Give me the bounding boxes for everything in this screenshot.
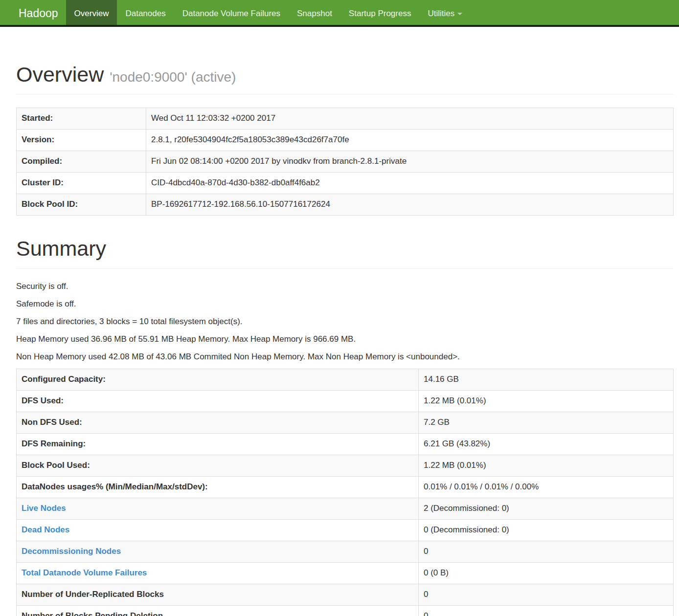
decommissioning-nodes-link[interactable]: Decommissioning Nodes [22, 547, 121, 556]
live-nodes-link[interactable]: Live Nodes [22, 504, 66, 513]
heap-memory-status: Heap Memory used 36.96 MB of 55.91 MB He… [16, 333, 674, 345]
row-label: Started: [17, 108, 146, 130]
row-value: CID-4dbcd40a-870d-4d30-b382-db0aff4f6ab2 [146, 173, 674, 194]
row-label: Block Pool ID: [17, 194, 146, 216]
row-value: 6.21 GB (43.82%) [419, 433, 674, 455]
table-row: Cluster ID: CID-4dbcd40a-870d-4d30-b382-… [17, 173, 674, 194]
tab-snapshot[interactable]: Snapshot [289, 0, 340, 25]
table-row: DFS Used: 1.22 MB (0.01%) [17, 390, 674, 412]
row-label: Block Pool Used: [17, 455, 419, 476]
table-row: Decommissioning Nodes 0 [17, 541, 674, 562]
table-row: Version: 2.8.1, r20fe5304904fc2f5a18053c… [17, 130, 674, 151]
row-value: Wed Oct 11 12:03:32 +0200 2017 [146, 108, 674, 130]
row-value: Fri Jun 02 08:14:00 +0200 2017 by vinodk… [146, 151, 674, 173]
table-row: Live Nodes 2 (Decommissioned: 0) [17, 498, 674, 519]
dead-nodes-link[interactable]: Dead Nodes [22, 525, 69, 534]
row-value: 0 (0 B) [419, 562, 674, 584]
table-row: Dead Nodes 0 (Decommissioned: 0) [17, 519, 674, 541]
table-row: Total Datanode Volume Failures 0 (0 B) [17, 562, 674, 584]
summary-title: Summary [16, 237, 674, 260]
table-row: DFS Remaining: 6.21 GB (43.82%) [17, 433, 674, 455]
overview-table: Started: Wed Oct 11 12:03:32 +0200 2017 … [16, 108, 674, 216]
table-row: Block Pool Used: 1.22 MB (0.01%) [17, 455, 674, 476]
table-row: Configured Capacity: 14.16 GB [17, 369, 674, 390]
row-value: 0 [419, 541, 674, 562]
filesystem-objects-status: 7 files and directories, 3 blocks = 10 t… [16, 316, 674, 328]
namenode-address: 'node0:9000' (active) [110, 69, 236, 85]
table-row: Number of Under-Replicated Blocks 0 [17, 584, 674, 605]
navbar: Hadoop Overview Datanodes Datanode Volum… [0, 0, 679, 27]
row-label: Configured Capacity: [17, 369, 419, 390]
page-title: Overview 'node0:9000' (active) [16, 63, 674, 86]
row-value: 1.22 MB (0.01%) [419, 455, 674, 476]
row-label: Total Datanode Volume Failures [17, 562, 419, 584]
safemode-status: Safemode is off. [16, 298, 674, 310]
non-heap-memory-status: Non Heap Memory used 42.08 MB of 43.06 M… [16, 351, 674, 363]
row-label: DFS Used: [17, 390, 419, 412]
row-label: Cluster ID: [17, 173, 146, 194]
row-label: Non DFS Used: [17, 412, 419, 433]
row-value: 7.2 GB [419, 412, 674, 433]
row-value: 0 [419, 605, 674, 616]
row-label: DataNodes usages% (Min/Median/Max/stdDev… [17, 476, 419, 498]
row-label: Dead Nodes [17, 519, 419, 541]
tab-datanodes[interactable]: Datanodes [117, 0, 174, 25]
security-status: Security is off. [16, 281, 674, 292]
tab-startup-progress[interactable]: Startup Progress [340, 0, 420, 25]
row-label: Version: [17, 130, 146, 151]
page-content: Overview 'node0:9000' (active) Started: … [16, 63, 674, 616]
row-label: Number of Under-Replicated Blocks [17, 584, 419, 605]
table-row: DataNodes usages% (Min/Median/Max/stdDev… [17, 476, 674, 498]
row-label: Decommissioning Nodes [17, 541, 419, 562]
row-label: Live Nodes [17, 498, 419, 519]
tab-utilities[interactable]: Utilities [419, 0, 471, 25]
row-value: 14.16 GB [419, 369, 674, 390]
row-label: Compiled: [17, 151, 146, 173]
caret-down-icon [457, 13, 462, 15]
row-value: 1.22 MB (0.01%) [419, 390, 674, 412]
row-label: Number of Blocks Pending Deletion [17, 605, 419, 616]
summary-header: Summary [16, 237, 674, 268]
row-value: 2.8.1, r20fe5304904fc2f5a18053c389e43cd2… [146, 130, 674, 151]
row-value: BP-1692617712-192.168.56.10-150771617262… [146, 194, 674, 216]
navbar-menu: Overview Datanodes Datanode Volume Failu… [66, 0, 471, 25]
total-datanode-volume-failures-link[interactable]: Total Datanode Volume Failures [22, 568, 147, 577]
tab-utilities-label: Utilities [428, 9, 454, 18]
row-label: DFS Remaining: [17, 433, 419, 455]
page-title-text: Overview [16, 63, 104, 86]
row-value: 0 (Decommissioned: 0) [419, 519, 674, 541]
row-value: 2 (Decommissioned: 0) [419, 498, 674, 519]
table-row: Non DFS Used: 7.2 GB [17, 412, 674, 433]
summary-table: Configured Capacity: 14.16 GB DFS Used: … [16, 369, 674, 616]
tab-overview[interactable]: Overview [66, 0, 117, 25]
row-value: 0 [419, 584, 674, 605]
row-value: 0.01% / 0.01% / 0.01% / 0.00% [419, 476, 674, 498]
table-row: Started: Wed Oct 11 12:03:32 +0200 2017 [17, 108, 674, 130]
table-row: Block Pool ID: BP-1692617712-192.168.56.… [17, 194, 674, 216]
table-row: Compiled: Fri Jun 02 08:14:00 +0200 2017… [17, 151, 674, 173]
brand-hadoop[interactable]: Hadoop [0, 0, 66, 25]
overview-header: Overview 'node0:9000' (active) [16, 63, 674, 94]
tab-datanode-volume-failures[interactable]: Datanode Volume Failures [174, 0, 289, 25]
table-row: Number of Blocks Pending Deletion 0 [17, 605, 674, 616]
